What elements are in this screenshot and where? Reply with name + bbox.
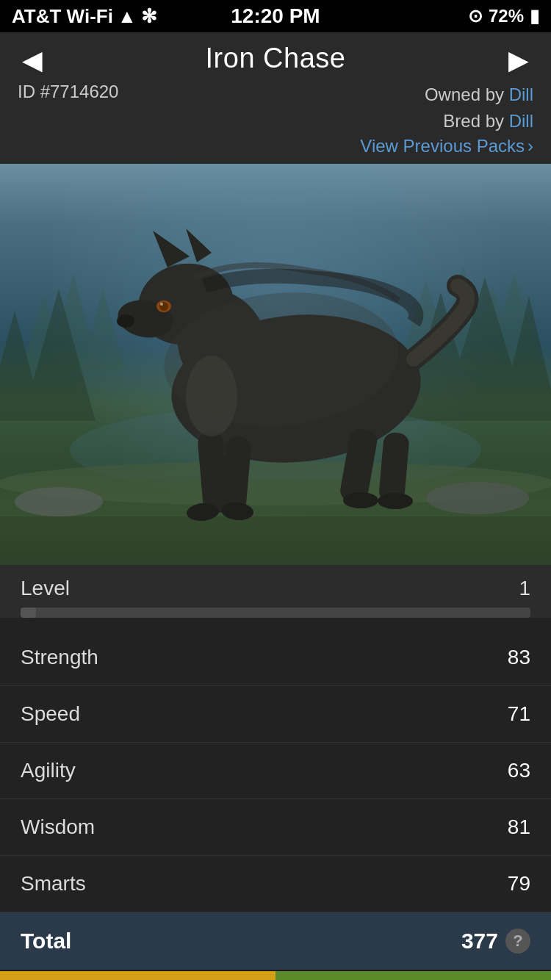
wolf-image xyxy=(0,164,551,565)
wolf-figure-svg xyxy=(90,198,502,536)
strength-label: Strength xyxy=(21,646,98,669)
smarts-value: 79 xyxy=(508,872,530,896)
owned-by-user[interactable]: Dill xyxy=(509,84,533,104)
owned-by-line: Owned by Dill xyxy=(425,82,533,108)
agility-value: 63 xyxy=(508,759,530,782)
svg-point-16 xyxy=(15,487,103,516)
level-section: Level 1 xyxy=(0,565,551,618)
status-right: ⊙ 72% ▮ xyxy=(468,6,539,26)
stats-section: Level 1 Strength 83 Speed 71 Agility 63 … xyxy=(0,565,551,970)
bred-by-line: Bred by Dill xyxy=(425,108,533,134)
wolf-name-title: Iron Chase xyxy=(15,43,536,74)
speed-row: Speed 71 xyxy=(0,686,551,743)
wifi-icon: ▲ xyxy=(118,5,137,28)
family-button[interactable]: 🌲 Family › xyxy=(276,971,551,980)
nav-prev-button[interactable]: ◀ xyxy=(15,43,50,78)
header-meta: ID #7714620 Owned by Dill Bred by Dill xyxy=(15,82,536,134)
speed-label: Speed xyxy=(21,702,80,726)
speed-value: 71 xyxy=(508,702,530,726)
retire-button[interactable]: 🔒 Retire (1300 SC) xyxy=(0,971,276,980)
strength-value: 83 xyxy=(508,646,530,669)
lock-status-icon: ⊙ xyxy=(468,6,483,26)
smarts-row: Smarts 79 xyxy=(0,856,551,912)
ownership-info: Owned by Dill Bred by Dill xyxy=(425,82,533,134)
total-label: Total xyxy=(21,929,71,954)
total-value: 377 xyxy=(461,929,498,954)
level-value: 1 xyxy=(519,577,530,600)
wisdom-row: Wisdom 81 xyxy=(0,799,551,856)
wisdom-label: Wisdom xyxy=(21,815,95,839)
svg-point-35 xyxy=(343,492,378,508)
chevron-right-icon: › xyxy=(527,136,533,156)
agility-label: Agility xyxy=(21,759,76,782)
activity-icon: ✻ xyxy=(141,5,157,28)
wolf-id: ID #7714620 xyxy=(18,82,118,102)
status-time: 12:20 PM xyxy=(231,4,320,28)
svg-marker-24 xyxy=(153,231,190,267)
agility-row: Agility 63 xyxy=(0,743,551,799)
total-row: Total 377 ? xyxy=(0,912,551,970)
level-progress-bar xyxy=(21,608,530,618)
battery-text: 72% xyxy=(489,6,524,26)
svg-rect-34 xyxy=(378,432,410,504)
svg-marker-25 xyxy=(186,228,212,262)
svg-point-28 xyxy=(160,303,163,306)
status-left: AT&T Wi-Fi ▲ ✻ xyxy=(12,5,157,28)
bred-by-label: Bred by xyxy=(443,111,504,131)
bottom-buttons: 🔒 Retire (1300 SC) 🌲 Family › xyxy=(0,971,551,980)
level-progress-fill xyxy=(21,608,36,618)
smarts-label: Smarts xyxy=(21,872,86,896)
total-help-icon[interactable]: ? xyxy=(505,929,530,954)
arrow-left-icon: ◀ xyxy=(22,45,43,76)
wisdom-value: 81 xyxy=(508,815,530,839)
owned-by-label: Owned by xyxy=(425,84,504,104)
status-bar: AT&T Wi-Fi ▲ ✻ 12:20 PM ⊙ 72% ▮ xyxy=(0,0,551,32)
svg-point-36 xyxy=(378,493,413,509)
svg-point-38 xyxy=(186,356,237,436)
nav-next-button[interactable]: ▶ xyxy=(501,43,536,78)
carrier-text: AT&T Wi-Fi xyxy=(12,5,113,28)
level-label: Level xyxy=(21,577,70,600)
view-previous-packs-link[interactable]: View Previous Packs › xyxy=(15,134,536,156)
level-row: Level 1 xyxy=(21,577,530,600)
strength-row: Strength 83 xyxy=(0,630,551,686)
total-value-area: 377 ? xyxy=(461,929,530,954)
view-previous-text: View Previous Packs xyxy=(360,136,525,156)
header: ◀ ▶ Iron Chase ID #7714620 Owned by Dill… xyxy=(0,32,551,164)
bred-by-user[interactable]: Dill xyxy=(509,111,533,131)
arrow-right-icon: ▶ xyxy=(508,45,529,76)
battery-icon: ▮ xyxy=(530,6,539,26)
svg-point-23 xyxy=(117,314,134,328)
